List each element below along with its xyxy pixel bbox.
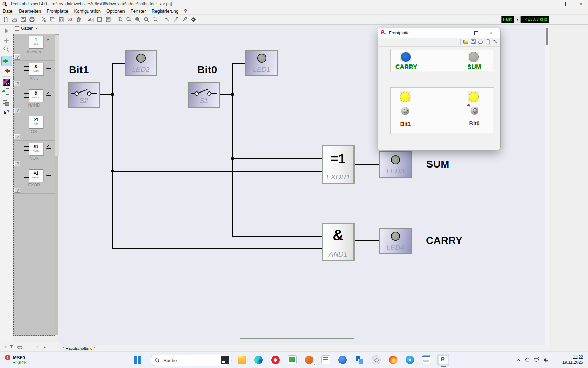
save-icon[interactable] [470,39,476,45]
zoom-tool-icon[interactable] [1,45,11,53]
open-button[interactable] [10,16,19,23]
wire[interactable] [112,63,125,64]
zoom-fit-button[interactable] [142,16,151,23]
wire[interactable] [354,240,379,241]
taskbar-app-app-flame[interactable] [387,354,399,366]
stop-simulation-button[interactable] [1,66,11,75]
component-exor1[interactable]: =1 EXOR1 [322,145,355,184]
delete-button[interactable] [75,16,83,23]
new-button[interactable] [1,16,10,23]
window-close-button[interactable]: × [574,0,588,8]
exit-probe-button[interactable] [1,87,11,95]
canvas-vertical-scrollbar-thumb[interactable] [546,28,548,45]
up-arrow-icon[interactable]: ▲ [43,345,47,349]
component-led4[interactable]: LED4 [379,228,412,254]
taskbar-app-edge[interactable] [253,354,265,366]
component-led2[interactable]: LED2 [125,50,157,76]
wire[interactable] [232,63,233,237]
wire[interactable] [232,158,322,159]
wire[interactable] [112,171,322,172]
display-device-icon[interactable] [532,355,541,364]
connection-point-icon[interactable] [1,36,11,45]
menu-item-frontplatte[interactable]: Frontplatte [44,8,71,14]
palette-help-button[interactable]: ? [14,188,20,193]
canvas-horizontal-scrollbar-thumb[interactable] [240,338,354,339]
text-tool-icon[interactable]: T [10,344,13,349]
text-tool-button[interactable]: ab| [86,16,95,23]
logic-levels-button[interactable]: HILO [1,78,11,86]
onedrive-cloud-icon[interactable] [523,355,532,364]
palette-help-button[interactable]: ? [14,81,20,86]
wrench-button[interactable] [172,16,180,23]
zoom-in-button[interactable] [116,16,125,23]
palette-item-exor[interactable]: =1EXOR0EXOR? [14,167,55,194]
sheet-button[interactable] [104,16,113,23]
tools-icon[interactable] [492,39,498,45]
tools-button[interactable] [163,16,172,23]
component-switch-s1[interactable]: S1 [188,82,220,108]
wire[interactable] [354,164,379,165]
collapse-panel-icon[interactable]: « [4,345,6,349]
print-button[interactable] [28,16,36,23]
speed-dropdown-arrow[interactable]: ▼ [514,16,521,23]
menu-item-[interactable]: ? [181,8,189,14]
save-button[interactable] [19,16,28,23]
run-simulation-button[interactable] [1,56,12,66]
wire[interactable] [232,63,245,64]
select-cursor-icon[interactable] [1,27,11,35]
zoom-out-button[interactable] [125,16,133,23]
taskbar-app-app-orange[interactable]: 6 [303,354,315,366]
frontplatte-minimize-button[interactable] [458,30,464,36]
zoom-actual-button[interactable] [133,16,142,23]
taskbar-app-app-blue[interactable] [404,354,416,366]
frontplatte-title-bar[interactable]: PL Frontplatte × [378,28,500,38]
taskbar-app-file-explorer[interactable] [236,354,248,366]
tray-overflow-chevron-icon[interactable] [514,355,523,364]
print-icon[interactable] [478,39,484,45]
taskbar-app-notepad[interactable] [421,354,433,366]
copy-button[interactable] [48,16,57,23]
probe-button[interactable] [180,16,189,23]
palette-help-button[interactable]: ? [14,108,20,113]
window-minimize-button[interactable] [546,0,560,8]
context-help-button[interactable]: ? [1,109,11,117]
settings-button[interactable] [189,16,198,23]
palette-item-nand[interactable]: &NAND0NAND? [14,87,55,114]
taskbar-app-windows-apps[interactable] [354,354,365,366]
component-led3[interactable]: LED3 [379,151,412,178]
window-maximize-button[interactable] [560,0,574,8]
taskbar-app-browser-red[interactable] [270,354,281,366]
volume-muted-icon[interactable] [541,355,550,364]
palette-help-button[interactable]: ? [14,134,20,139]
palette-category-select[interactable]: ▫ Gatter ▼ [15,26,38,31]
wire[interactable] [112,63,113,249]
taskbar-app-terminal[interactable] [219,354,231,366]
start-button[interactable] [134,356,141,364]
search-binoculars-icon[interactable] [17,345,23,349]
palette-item-inverter[interactable]: 1INV0Inverter? [14,34,55,61]
menu-item-bearbeiten[interactable]: Bearbeiten [16,8,44,14]
component-switch-s2[interactable]: S2 [68,82,100,108]
taskbar-app-app-blue-circle[interactable] [337,354,349,366]
bit0-toggle-switch[interactable] [471,106,479,115]
clock[interactable]: 11:22 19.11.2025 [552,355,583,365]
component-led1[interactable]: LED1 [245,50,278,76]
palette-item-and[interactable]: &AND0AND? [14,61,55,87]
grid-button[interactable] [95,16,104,23]
duplicate-button[interactable]: ×2 [66,16,75,23]
taskbar-app-app-gray[interactable] [370,354,382,366]
paste-button[interactable] [57,16,66,23]
open-icon[interactable] [463,39,469,45]
move-icon[interactable]: + [37,345,39,349]
component-and1[interactable]: & AND1 [322,223,355,261]
palette-scrollbar[interactable] [55,34,58,335]
zoom-region-button[interactable] [151,16,160,23]
menu-item-optionen[interactable]: Optionen [104,8,128,14]
tab-hauptschaltung[interactable]: Hauptschaltung [62,345,97,352]
taskbar-app-document-green[interactable] [286,354,298,366]
palette-item-nor[interactable]: ≥1NOR0NOR? [14,141,55,167]
wire[interactable] [232,236,322,237]
palette-item-or[interactable]: ≥1OR0OR? [14,114,55,141]
palette-scrollbar-thumb[interactable] [55,34,59,156]
canvas-vertical-scrollbar[interactable] [545,25,550,346]
